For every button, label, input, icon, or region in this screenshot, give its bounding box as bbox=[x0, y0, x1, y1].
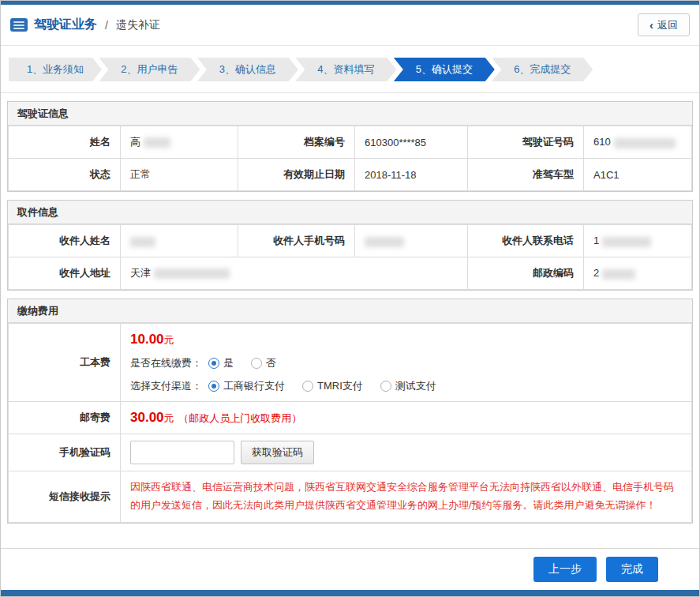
file-number-label: 档案编号 bbox=[238, 126, 355, 159]
vehicle-class-label: 准驾车型 bbox=[468, 159, 584, 191]
step-nav: 1、业务须知 2、用户申告 3、确认信息 4、资料填写 5、确认提交 6、完成提… bbox=[1, 46, 699, 93]
expiry-date-value: 2018-11-18 bbox=[355, 159, 468, 191]
redacted-text bbox=[602, 237, 651, 247]
online-pay-yes-option: 是 bbox=[208, 356, 234, 370]
step-4-fill-data[interactable]: 4、资料填写 bbox=[295, 58, 396, 81]
online-pay-yes-label: 是 bbox=[223, 356, 234, 370]
online-pay-row: 是否在线缴费： 是 否 bbox=[130, 356, 682, 370]
page: 驾驶证业务 / 遗失补证 ‹ 返回 1、业务须知 2、用户申告 3、确认信息 4… bbox=[0, 0, 700, 597]
channel-icbc-option: 工商银行支付 bbox=[208, 379, 285, 393]
online-pay-no-option: 否 bbox=[251, 356, 276, 370]
table-row: 手机验证码 获取验证码 bbox=[9, 434, 692, 471]
file-number-value: 610300****85 bbox=[355, 126, 468, 159]
breadcrumb-current: 遗失补证 bbox=[116, 18, 160, 32]
pay-channel-row: 选择支付渠道： 工商银行支付 TMRI支付 bbox=[130, 379, 682, 393]
breadcrumb: 驾驶证业务 / 遗失补证 bbox=[10, 17, 160, 33]
status-label: 状态 bbox=[9, 159, 121, 191]
captcha-row: 获取验证码 bbox=[121, 434, 691, 471]
license-business-icon bbox=[10, 18, 28, 32]
postal-code-value: 2 bbox=[584, 257, 692, 290]
status-value: 正常 bbox=[121, 159, 238, 191]
online-pay-question: 是否在线缴费： bbox=[130, 356, 202, 370]
channel-tmri-label: TMRI支付 bbox=[317, 379, 363, 393]
channel-icbc-label: 工商银行支付 bbox=[223, 379, 285, 393]
channel-test-option: 测试支付 bbox=[380, 379, 436, 393]
step-5-confirm-submit[interactable]: 5、确认提交 bbox=[394, 58, 495, 81]
redacted-text bbox=[602, 269, 635, 280]
sms-notice-label: 短信接收提示 bbox=[9, 471, 121, 523]
footer-actions: 上一步 完成 bbox=[1, 548, 699, 590]
back-button-label: 返回 bbox=[657, 18, 678, 32]
pickup-info-table: 收件人姓名 收件人手机号码 收件人联系电话 1 收件人地址 天津 邮政编码 2 bbox=[8, 224, 692, 290]
license-info-table: 姓名 高 档案编号 610300****85 驾驶证号码 610 状态 正常 有… bbox=[8, 126, 692, 191]
channel-tmri-option: TMRI支付 bbox=[302, 379, 363, 393]
page-title: 驾驶证业务 bbox=[34, 17, 97, 33]
previous-step-button[interactable]: 上一步 bbox=[533, 557, 597, 582]
recipient-mobile-value bbox=[355, 225, 468, 257]
pickup-section-title: 取件信息 bbox=[8, 201, 692, 224]
pickup-info-section: 取件信息 收件人姓名 收件人手机号码 收件人联系电话 1 收件人地址 天津 邮政… bbox=[7, 200, 693, 291]
table-row: 收件人姓名 收件人手机号码 收件人联系电话 1 bbox=[9, 225, 692, 257]
recipient-address-label: 收件人地址 bbox=[9, 257, 121, 290]
vehicle-class-value: A1C1 bbox=[584, 159, 692, 191]
recipient-name-label: 收件人姓名 bbox=[9, 225, 121, 257]
recipient-phone-value: 1 bbox=[584, 225, 692, 257]
fees-table: 工本费 10.00元 是否在线缴费： 是 bbox=[8, 323, 692, 523]
redacted-text bbox=[144, 137, 170, 148]
header: 驾驶证业务 / 遗失补证 ‹ 返回 bbox=[1, 5, 699, 46]
table-row: 状态 正常 有效期止日期 2018-11-18 准驾车型 A1C1 bbox=[9, 159, 692, 191]
step-3-confirm-info[interactable]: 3、确认信息 bbox=[197, 58, 298, 81]
table-row: 短信接收提示 因陕西省联通、电信运营商技术问题，陕西省互联网交通安全综合服务管理… bbox=[9, 471, 692, 523]
back-chevron-icon: ‹ bbox=[649, 19, 653, 31]
production-fee-block: 10.00元 是否在线缴费： 是 否 bbox=[121, 324, 691, 401]
table-row: 工本费 10.00元 是否在线缴费： 是 bbox=[9, 324, 692, 402]
name-label: 姓名 bbox=[9, 126, 121, 159]
production-fee-amount: 10.00元 bbox=[130, 332, 682, 347]
redacted-text bbox=[154, 268, 230, 279]
bottom-accent-bar bbox=[1, 590, 699, 596]
name-value: 高 bbox=[121, 126, 238, 159]
table-row: 收件人地址 天津 邮政编码 2 bbox=[9, 257, 692, 290]
get-captcha-button[interactable]: 获取验证码 bbox=[241, 441, 314, 464]
back-button[interactable]: ‹ 返回 bbox=[638, 13, 690, 36]
online-pay-no-label: 否 bbox=[266, 356, 276, 370]
finish-button[interactable]: 完成 bbox=[606, 557, 658, 582]
breadcrumb-separator: / bbox=[105, 19, 108, 32]
table-row: 邮寄费 30.00元 （邮政人员上门收取费用） bbox=[9, 402, 692, 434]
step-6-complete-submit[interactable]: 6、完成提交 bbox=[492, 58, 593, 81]
redacted-text bbox=[365, 237, 404, 247]
channel-tmri-radio[interactable] bbox=[302, 381, 313, 392]
channel-icbc-radio[interactable] bbox=[208, 381, 219, 392]
online-pay-no-radio[interactable] bbox=[251, 358, 262, 369]
channel-test-radio[interactable] bbox=[380, 381, 391, 392]
fees-section: 缴纳费用 工本费 10.00元 是否在线缴费： bbox=[7, 298, 693, 524]
license-info-section: 驾驶证信息 姓名 高 档案编号 610300****85 驾驶证号码 610 状… bbox=[7, 101, 693, 192]
step-2-user-declaration[interactable]: 2、用户申告 bbox=[99, 58, 200, 81]
step-1-business-notice[interactable]: 1、业务须知 bbox=[9, 58, 102, 81]
redacted-text bbox=[130, 237, 155, 247]
channel-test-label: 测试支付 bbox=[395, 379, 436, 393]
mail-fee-note: （邮政人员上门收取费用） bbox=[178, 412, 301, 424]
online-pay-yes-radio[interactable] bbox=[208, 358, 219, 369]
captcha-input[interactable] bbox=[130, 441, 234, 464]
postal-code-label: 邮政编码 bbox=[468, 257, 584, 290]
license-section-title: 驾驶证信息 bbox=[8, 102, 692, 126]
recipient-mobile-label: 收件人手机号码 bbox=[238, 225, 355, 257]
production-fee-label: 工本费 bbox=[9, 324, 121, 402]
sms-notice-text: 因陕西省联通、电信运营商技术问题，陕西省互联网交通安全综合服务管理平台无法向持陕… bbox=[121, 471, 691, 522]
pay-channel-question: 选择支付渠道： bbox=[130, 379, 202, 393]
captcha-label: 手机验证码 bbox=[9, 434, 121, 471]
mail-fee-label: 邮寄费 bbox=[9, 402, 121, 434]
redacted-text bbox=[614, 138, 676, 148]
recipient-phone-label: 收件人联系电话 bbox=[468, 225, 584, 257]
table-row: 姓名 高 档案编号 610300****85 驾驶证号码 610 bbox=[9, 126, 692, 159]
mail-fee-value: 30.00元 （邮政人员上门收取费用） bbox=[121, 402, 692, 434]
license-number-value: 610 bbox=[584, 126, 692, 159]
recipient-name-value bbox=[121, 225, 238, 257]
expiry-date-label: 有效期止日期 bbox=[238, 159, 355, 191]
main-content: 驾驶证信息 姓名 高 档案编号 610300****85 驾驶证号码 610 状… bbox=[1, 93, 699, 548]
recipient-address-value: 天津 bbox=[121, 257, 468, 290]
license-number-label: 驾驶证号码 bbox=[468, 126, 584, 159]
fees-section-title: 缴纳费用 bbox=[8, 299, 692, 323]
